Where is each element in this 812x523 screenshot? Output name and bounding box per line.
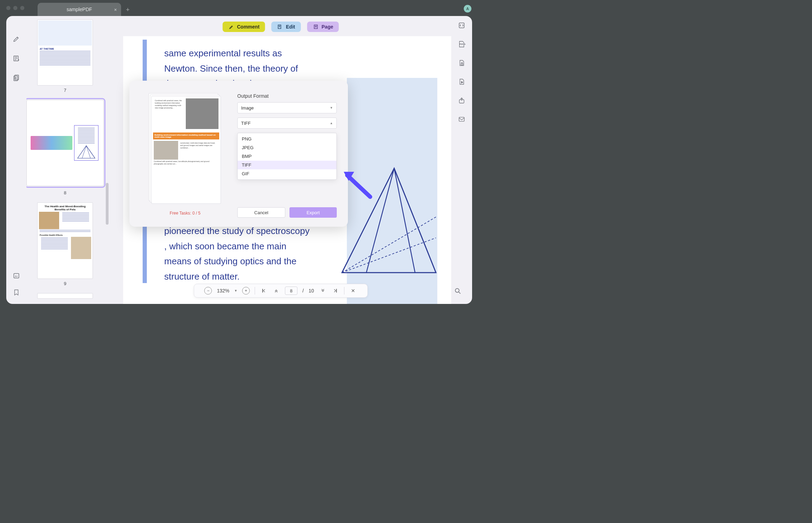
option-gif[interactable]: GIF — [238, 169, 336, 178]
user-avatar[interactable]: A — [464, 5, 471, 13]
edit-icon — [277, 24, 283, 30]
export-preview: Combined with practical cases, the build… — [143, 93, 227, 218]
mode-comment[interactable]: Comment — [222, 22, 265, 32]
slideshow-icon[interactable] — [457, 77, 466, 86]
format-select[interactable]: Image ▼ — [237, 102, 337, 113]
left-toolbar — [6, 16, 26, 304]
comment-icon — [228, 24, 234, 30]
option-png[interactable]: PNG — [238, 135, 336, 143]
total-pages: 10 — [309, 288, 314, 293]
tab-title: samplePDF — [66, 7, 92, 12]
zoom-dropdown-caret[interactable]: ▼ — [234, 289, 237, 292]
svg-rect-11 — [459, 117, 464, 121]
highlighter-icon[interactable] — [11, 34, 21, 44]
mode-page[interactable]: Page — [307, 22, 339, 32]
export-dialog: Combined with practical cases, the build… — [129, 81, 348, 227]
svg-text:A»: A» — [15, 275, 18, 278]
thumb-8-number: 8 — [64, 190, 66, 195]
thumbnail-panel: AT THETIME 7 8 The Health and Mood-Boost… — [26, 16, 110, 304]
thumbnail-scrollbar[interactable] — [106, 183, 109, 225]
chevron-down-icon: ▼ — [330, 106, 333, 110]
new-tab-button[interactable]: + — [126, 6, 130, 14]
cancel-button[interactable]: Cancel — [237, 207, 285, 218]
share-icon[interactable] — [457, 96, 466, 105]
close-window[interactable] — [6, 6, 10, 10]
zoom-in-button[interactable]: + — [242, 287, 250, 295]
lock-file-icon[interactable] — [457, 58, 466, 67]
compare-icon[interactable] — [457, 21, 466, 30]
image-type-dropdown: PNG JPEG BMP TIFF GIF — [237, 133, 337, 180]
thumb-9-number: 9 — [64, 281, 66, 286]
export-button[interactable]: Export — [289, 207, 337, 218]
thumbnail-page-9[interactable]: The Health and Mood-Boosting Benefits of… — [37, 202, 93, 279]
mail-icon[interactable] — [457, 115, 466, 124]
mode-switcher: Comment Edit Page — [222, 22, 339, 32]
image-type-select[interactable]: TIFF ▲ — [237, 118, 337, 129]
output-format-label: Output Format — [237, 93, 337, 99]
bookmark-icon[interactable] — [13, 289, 20, 298]
page-icon — [312, 24, 319, 30]
minimize-window[interactable] — [13, 6, 17, 10]
last-page-button[interactable] — [332, 287, 339, 295]
thumbnail-page-7[interactable]: AT THETIME — [37, 19, 93, 86]
search-icon[interactable] — [454, 287, 462, 296]
thumb-7-number: 7 — [64, 88, 66, 93]
pages-icon[interactable] — [11, 73, 21, 83]
chevron-up-icon: ▲ — [330, 121, 333, 125]
right-toolbar: PDF/A — [451, 16, 472, 304]
svg-point-12 — [455, 289, 459, 292]
document-tab[interactable]: samplePDF × — [38, 3, 121, 16]
close-zoombar-button[interactable]: ✕ — [349, 287, 357, 295]
thumbnail-page-8[interactable] — [26, 100, 104, 186]
svg-rect-9 — [461, 64, 463, 65]
window-titlebar: samplePDF × + A — [0, 0, 477, 16]
prev-page-button[interactable] — [272, 287, 280, 295]
current-page-input[interactable]: 8 — [285, 287, 297, 295]
left-toolbar-bottom: A» — [6, 272, 26, 298]
zoom-percent: 132% — [217, 288, 229, 293]
prism-diagram — [335, 161, 439, 280]
close-tab-icon[interactable]: × — [114, 7, 117, 13]
option-tiff[interactable]: TIFF — [238, 161, 336, 169]
ocr-icon[interactable]: A» — [13, 272, 20, 281]
zoom-nav-bar: − 132% ▼ + 8 / 10 ✕ — [194, 284, 368, 298]
mode-edit[interactable]: Edit — [271, 22, 301, 32]
zoom-out-button[interactable]: − — [204, 287, 212, 295]
svg-text:PDF/A: PDF/A — [460, 43, 466, 45]
next-page-button[interactable] — [319, 287, 327, 295]
maximize-window[interactable] — [20, 6, 24, 10]
first-page-button[interactable] — [260, 287, 268, 295]
free-tasks-label: Free Tasks: 0 / 5 — [170, 211, 200, 216]
traffic-lights — [6, 6, 24, 10]
thumbnail-page-10[interactable] — [37, 293, 93, 299]
option-jpeg[interactable]: JPEG — [238, 143, 336, 152]
option-bmp[interactable]: BMP — [238, 152, 336, 161]
edit-text-icon[interactable] — [11, 54, 21, 63]
pdfa-icon[interactable]: PDF/A — [457, 40, 466, 49]
